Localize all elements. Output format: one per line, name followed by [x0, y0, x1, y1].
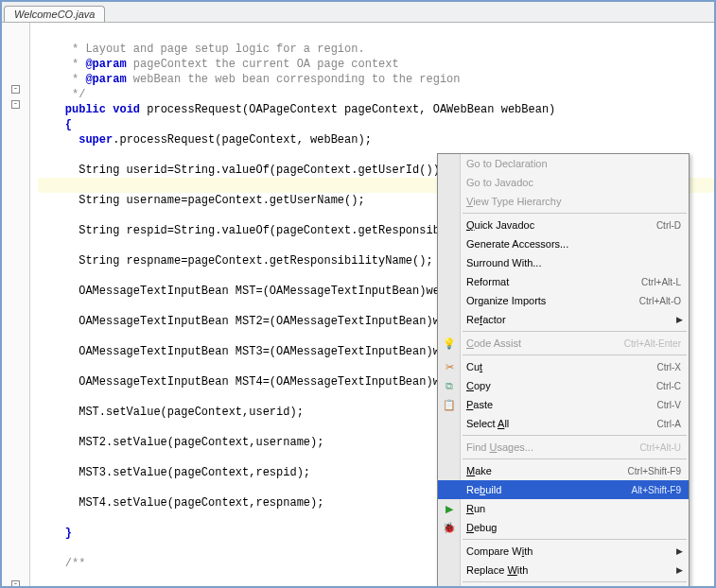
menu-surround-with[interactable]: Surround With...	[438, 253, 689, 272]
editor-area: - - - * Layout and page setup logic for …	[2, 23, 714, 586]
gutter: - - -	[2, 23, 30, 586]
menu-make[interactable]: MakeCtrl+Shift-F9	[438, 461, 689, 480]
menu-cut[interactable]: ✂CutCtrl-X	[438, 357, 689, 376]
menu-rebuild[interactable]: RebuildAlt+Shift-F9	[438, 480, 689, 499]
context-menu: Go to Declaration Go to Javadoc View Typ…	[437, 153, 690, 588]
menu-refactor[interactable]: Refactor▶	[438, 310, 689, 329]
menu-go-to-declaration: Go to Declaration	[438, 154, 689, 173]
menu-copy[interactable]: ⧉CopyCtrl-C	[438, 376, 689, 395]
menu-go-to-javadoc: Go to Javadoc	[438, 173, 689, 192]
fold-icon[interactable]: -	[11, 580, 20, 588]
menu-view-type-hierarchy: View Type Hierarchy	[438, 192, 689, 211]
menu-reformat[interactable]: ReformatCtrl+Alt-L	[438, 272, 689, 291]
copy-icon: ⧉	[442, 378, 457, 393]
menu-debug[interactable]: 🐞Debug	[438, 518, 689, 537]
run-icon: ▶	[442, 501, 457, 516]
fold-icon[interactable]: -	[11, 85, 20, 94]
menu-paste[interactable]: 📋PasteCtrl-V	[438, 395, 689, 414]
menu-run[interactable]: ▶Run	[438, 499, 689, 518]
chevron-right-icon: ▶	[676, 565, 683, 575]
scissors-icon: ✂	[442, 359, 457, 374]
paste-icon: 📋	[442, 397, 457, 412]
menu-generate-accessors[interactable]: Generate Accessors...	[438, 234, 689, 253]
tab-bar: WelcomeCO.java	[2, 2, 714, 23]
chevron-right-icon: ▶	[676, 315, 683, 324]
debug-icon: 🐞	[442, 520, 457, 535]
chevron-right-icon: ▶	[676, 546, 683, 556]
menu-organize-imports[interactable]: Organize ImportsCtrl+Alt-O	[438, 291, 689, 310]
lightbulb-icon: 💡	[442, 336, 457, 351]
menu-quick-javadoc[interactable]: Quick JavadocCtrl-D	[438, 216, 689, 234]
menu-replace-with[interactable]: Replace With▶	[438, 561, 689, 579]
menu-code-assist: 💡Code AssistCtrl+Alt-Enter	[438, 334, 689, 353]
menu-compare-with[interactable]: Compare With▶	[438, 542, 689, 561]
menu-find-usages: Find Usages...Ctrl+Alt-U	[438, 438, 689, 457]
menu-select-all[interactable]: Select AllCtrl-A	[438, 414, 689, 433]
editor-tab[interactable]: WelcomeCO.java	[4, 6, 105, 22]
fold-icon[interactable]: -	[11, 100, 20, 109]
menu-select-in-navigator[interactable]: Select in NavigatorAlt-Home	[438, 584, 689, 588]
